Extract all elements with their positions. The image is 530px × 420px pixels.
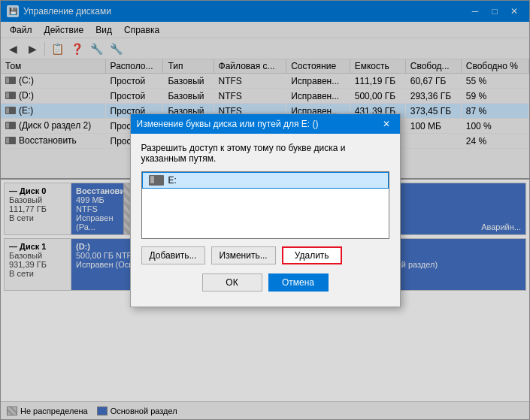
dialog-description: Разрешить доступ к этому тому по букве д… <box>141 143 389 164</box>
dialog-title-text: Изменение буквы диска или путей для E: (… <box>137 119 319 129</box>
dialog-change-letter: Изменение буквы диска или путей для E: (… <box>130 113 401 307</box>
dialog-ok-cancel-row: ОК Отмена <box>141 270 389 298</box>
dialog-action-buttons: Добавить... Изменить... Удалить <box>141 246 389 264</box>
dialog-list-item[interactable]: E: <box>142 172 389 189</box>
dialog-overlay: Изменение буквы диска или путей для E: (… <box>0 0 530 420</box>
dialog-ok-button[interactable]: ОК <box>202 273 262 292</box>
dialog-listbox[interactable]: E: <box>141 171 389 239</box>
dialog-body: Разрешить доступ к этому тому по букве д… <box>131 134 400 307</box>
dialog-close-button[interactable]: ✕ <box>379 117 394 131</box>
dialog-list-item-label: E: <box>168 175 177 186</box>
dialog-delete-button[interactable]: Удалить <box>282 246 342 264</box>
dialog-add-button[interactable]: Добавить... <box>141 246 205 264</box>
dialog-title-bar: Изменение буквы диска или путей для E: (… <box>131 114 400 134</box>
dialog-cancel-button[interactable]: Отмена <box>268 273 329 292</box>
dialog-change-button[interactable]: Изменить... <box>211 246 276 264</box>
